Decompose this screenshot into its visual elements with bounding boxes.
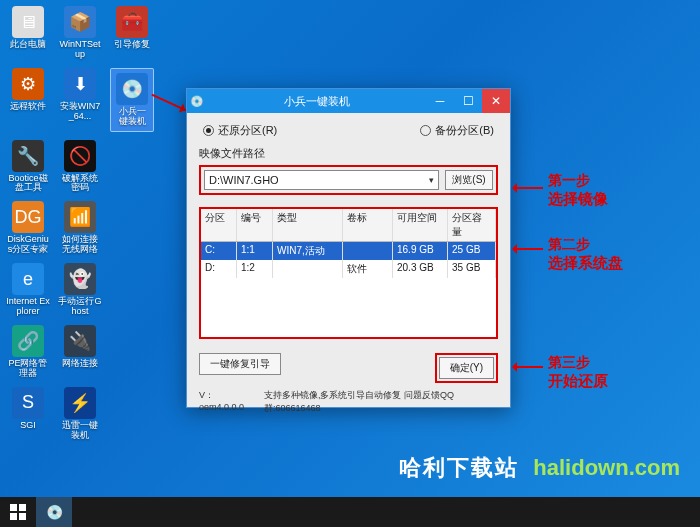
mode-radios: 还原分区(R) 备份分区(B)	[199, 123, 498, 146]
icon-label: 此台电脑	[10, 40, 46, 50]
cell: D:	[201, 260, 237, 278]
minimize-button[interactable]: ─	[426, 89, 454, 113]
desktop-icon[interactable]: ⚙远程软件	[6, 68, 50, 132]
svg-rect-2	[10, 513, 17, 520]
desktop-icon[interactable]: 🔧Bootice磁盘工具	[6, 140, 50, 194]
dropdown-icon[interactable]: ▾	[429, 175, 434, 185]
app-glyph-icon: S	[12, 387, 44, 419]
cell: WIN7,活动	[273, 242, 343, 260]
maximize-button[interactable]: ☐	[454, 89, 482, 113]
desktop-icon[interactable]: ⬇安装WIN7_64...	[58, 68, 102, 132]
image-path-value: D:\WIN7.GHO	[209, 174, 279, 186]
desktop-icon[interactable]: 🔗PE网络管理器	[6, 325, 50, 379]
window-controls: ─ ☐ ✕	[426, 89, 510, 113]
app-glyph-icon: 📶	[64, 201, 96, 233]
table-row[interactable]: D:1:2软件20.3 GB35 GB	[201, 260, 496, 278]
image-path-input[interactable]: D:\WIN7.GHO ▾	[204, 170, 439, 190]
start-button[interactable]	[0, 497, 36, 527]
icon-label: WinNTSetup	[58, 40, 102, 60]
watermark-cn: 哈利下载站	[399, 455, 519, 480]
app-glyph-icon: 📦	[64, 6, 96, 38]
desktop-icon[interactable]: 🔌网络连接	[58, 325, 102, 379]
titlebar[interactable]: 💿 小兵一键装机 ─ ☐ ✕	[187, 89, 510, 113]
app-glyph-icon: ⚙	[12, 68, 44, 100]
ok-button[interactable]: 确定(Y)	[439, 357, 494, 379]
restore-radio[interactable]: 还原分区(R)	[203, 123, 277, 138]
desktop-icon[interactable]: 📦WinNTSetup	[58, 6, 102, 60]
support-text: 支持多种镜像,多系统引导自动修复 问题反馈QQ群:606616468	[264, 389, 498, 415]
grid-rows: C:1:1WIN7,活动16.9 GB25 GBD:1:2软件20.3 GB35…	[201, 242, 496, 337]
app-glyph-icon: 👻	[64, 263, 96, 295]
bottom-buttons: 一键修复引导 确定(Y)	[199, 353, 498, 383]
window-title: 小兵一键装机	[207, 94, 426, 109]
taskbar-app-button[interactable]: 💿	[36, 497, 72, 527]
cell: 软件	[343, 260, 393, 278]
icon-label: Bootice磁盘工具	[6, 174, 50, 194]
desktop-icon[interactable]: eInternet Explorer	[6, 263, 50, 317]
desktop: 🖥此台电脑📦WinNTSetup🧰引导修复⚙远程软件⬇安装WIN7_64...💿…	[0, 0, 700, 527]
arrow-to-window	[151, 94, 188, 113]
restore-label: 还原分区(R)	[218, 123, 277, 138]
desktop-icon[interactable]: 🚫破解系统密码	[58, 140, 102, 194]
hdr-partition: 分区	[201, 209, 237, 241]
icon-label: 安装WIN7_64...	[58, 102, 102, 122]
watermark-en: halidown.com	[533, 455, 680, 480]
desktop-icons: 🖥此台电脑📦WinNTSetup🧰引导修复⚙远程软件⬇安装WIN7_64...💿…	[6, 6, 154, 440]
icon-label: 迅雷一键装机	[58, 421, 102, 441]
partition-grid: 分区 编号 类型 卷标 可用空间 分区容量 C:1:1WIN7,活动16.9 G…	[199, 207, 498, 339]
icon-label: SGI	[20, 421, 36, 431]
close-button[interactable]: ✕	[482, 89, 510, 113]
image-path-row: D:\WIN7.GHO ▾ 浏览(S)	[199, 165, 498, 195]
desktop-icon[interactable]: DGDiskGenius分区专家	[6, 201, 50, 255]
app-glyph-icon: 🚫	[64, 140, 96, 172]
desktop-icon[interactable]: 💿小兵一键装机	[110, 68, 154, 132]
window-body: 还原分区(R) 备份分区(B) 映像文件路径 D:\WIN7.GHO ▾ 浏览(…	[187, 113, 510, 425]
backup-label: 备份分区(B)	[435, 123, 494, 138]
icon-label: Internet Explorer	[6, 297, 50, 317]
browse-button[interactable]: 浏览(S)	[445, 170, 493, 190]
cell: 1:2	[237, 260, 273, 278]
step3-action: 开始还原	[548, 372, 608, 391]
radio-dot-icon	[420, 125, 431, 136]
icon-label: 小兵一键装机	[115, 107, 149, 127]
cell: C:	[201, 242, 237, 260]
desktop-icon[interactable]: ⚡迅雷一键装机	[58, 387, 102, 441]
app-glyph-icon: ⚡	[64, 387, 96, 419]
arrow-step3	[515, 366, 543, 368]
icon-label: PE网络管理器	[6, 359, 50, 379]
backup-radio[interactable]: 备份分区(B)	[420, 123, 494, 138]
step3-title: 第三步	[548, 354, 608, 372]
repair-boot-button[interactable]: 一键修复引导	[199, 353, 281, 375]
desktop-icon[interactable]: 🧰引导修复	[110, 6, 154, 60]
step2-title: 第二步	[548, 236, 623, 254]
svg-rect-1	[19, 504, 26, 511]
arrow-step1	[515, 187, 543, 189]
status-bar: V：oem4.0.0.0 支持多种镜像,多系统引导自动修复 问题反馈QQ群:60…	[199, 389, 498, 415]
table-row[interactable]: C:1:1WIN7,活动16.9 GB25 GB	[201, 242, 496, 260]
desktop-icon[interactable]: 🖥此台电脑	[6, 6, 50, 60]
desktop-icon[interactable]: 👻手动运行Ghost	[58, 263, 102, 317]
app-glyph-icon: DG	[12, 201, 44, 233]
taskbar[interactable]: 💿	[0, 497, 700, 527]
hdr-type: 类型	[273, 209, 343, 241]
app-glyph-icon: ⬇	[64, 68, 96, 100]
hdr-index: 编号	[237, 209, 273, 241]
app-glyph-icon: 🧰	[116, 6, 148, 38]
app-glyph-icon: 💿	[116, 73, 148, 105]
icon-label: DiskGenius分区专家	[6, 235, 50, 255]
cell: 25 GB	[448, 242, 496, 260]
radio-dot-icon	[203, 125, 214, 136]
watermark: 哈利下载站 halidown.com	[399, 453, 680, 483]
cell: 1:1	[237, 242, 273, 260]
annot-step1: 第一步 选择镜像	[548, 172, 608, 209]
annot-step2: 第二步 选择系统盘	[548, 236, 623, 273]
icon-label: 破解系统密码	[58, 174, 102, 194]
icon-label: 远程软件	[10, 102, 46, 112]
cell	[343, 242, 393, 260]
step1-action: 选择镜像	[548, 190, 608, 209]
desktop-icon[interactable]: SSGI	[6, 387, 50, 441]
desktop-icon[interactable]: 📶如何连接无线网络	[58, 201, 102, 255]
icon-label: 如何连接无线网络	[58, 235, 102, 255]
step1-title: 第一步	[548, 172, 608, 190]
app-glyph-icon: 🔧	[12, 140, 44, 172]
